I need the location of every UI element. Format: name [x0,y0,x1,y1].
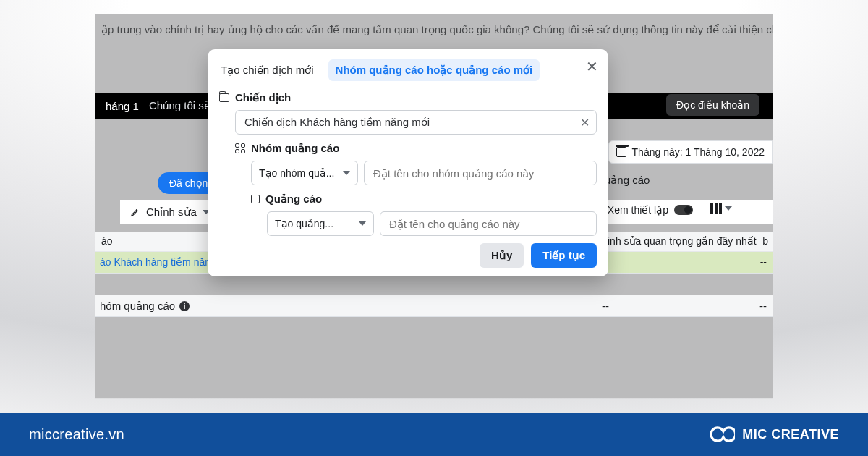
columns-button[interactable] [710,203,732,214]
notice-month: háng 1 [106,100,139,112]
brand-logo-icon [706,425,735,444]
create-campaign-modal: ✕ Tạo chiến dịch mới Nhóm quảng cáo hoặc… [208,49,608,276]
section-campaign-title: Chiến dịch [235,91,291,104]
folder-icon [219,93,229,102]
calendar-icon [616,147,626,157]
chevron-down-icon [725,206,732,211]
continue-button[interactable]: Tiếp tục [531,243,597,268]
edit-label: Chỉnh sửa [146,206,197,219]
col-name: áo [101,235,113,247]
view-setup-label: Xem thiết lập [608,204,668,216]
ad-name-input[interactable] [380,211,597,236]
close-button[interactable]: ✕ [586,59,598,74]
view-setup-toggle[interactable]: Xem thiết lập [608,204,693,216]
square-icon [251,195,260,203]
page-footer: miccreative.vn MIC CREATIVE [0,413,868,456]
ads-manager-screenshot: ập trung vào chính trị hay ủng hộ cho cá… [95,14,773,398]
grid-icon [235,143,245,153]
date-range-picker[interactable]: Tháng này: 1 Tháng 10, 2022 [608,140,773,164]
summary-name: hóm quảng cáo i [100,300,190,313]
footer-site: miccreative.vn [29,426,124,443]
modal-tabs: Tạo chiến dịch mới Nhóm quảng cáo hoặc q… [219,59,597,81]
clear-icon[interactable]: ✕ [580,116,590,130]
chevron-down-icon [343,171,350,175]
chevron-down-icon [359,221,366,226]
row-name[interactable]: áo Khách hàng tiềm năng n [100,256,224,268]
edit-button[interactable]: Chỉnh sửa [122,201,218,223]
tab-new-campaign[interactable]: Tạo chiến dịch mới [219,59,315,81]
adset-create-select[interactable]: Tạo nhóm quả... [251,161,358,185]
col-b: b [762,235,768,247]
cancel-button[interactable]: Hủy [480,243,524,268]
summary-dash: -- [602,300,609,312]
date-range-label: Tháng này: 1 Tháng 10, 2022 [632,146,765,158]
section-ad-title: Quảng cáo [265,193,322,206]
row-dash2: -- [760,256,767,268]
brand-label: MIC CREATIVE [742,427,839,442]
section-campaign: Chiến dịch ✕ [219,91,597,135]
table-row-summary: hóm quảng cáo i -- -- [95,295,773,317]
modal-actions: Hủy Tiếp tục [219,243,597,268]
summary-dash2: -- [760,300,767,312]
pencil-icon [130,207,140,217]
section-ad: Quảng cáo Tạo quảng... [251,193,597,236]
section-adset-title: Nhóm quảng cáo [251,142,339,155]
adset-name-input[interactable] [364,161,597,185]
read-terms-button[interactable]: Đọc điều khoản [666,94,760,116]
footer-brand: MIC CREATIVE [706,425,839,444]
toggle-icon [674,205,693,215]
ad-select-label: Tạo quảng... [275,218,333,229]
col-lastedit: inh sửa quan trọng gần đây nhất [608,235,757,247]
campaign-name-input[interactable] [235,110,597,135]
section-adset: Nhóm quảng cáo Tạo nhóm quả... [235,142,597,185]
ads-tab-fragment: uảng cáo [605,174,650,187]
info-icon[interactable]: i [179,301,190,311]
tab-new-adset-or-ad[interactable]: Nhóm quảng cáo hoặc quảng cáo mới [328,59,540,81]
adset-select-label: Tạo nhóm quả... [259,167,334,179]
columns-icon [710,203,722,214]
ad-create-select[interactable]: Tạo quảng... [267,211,374,236]
